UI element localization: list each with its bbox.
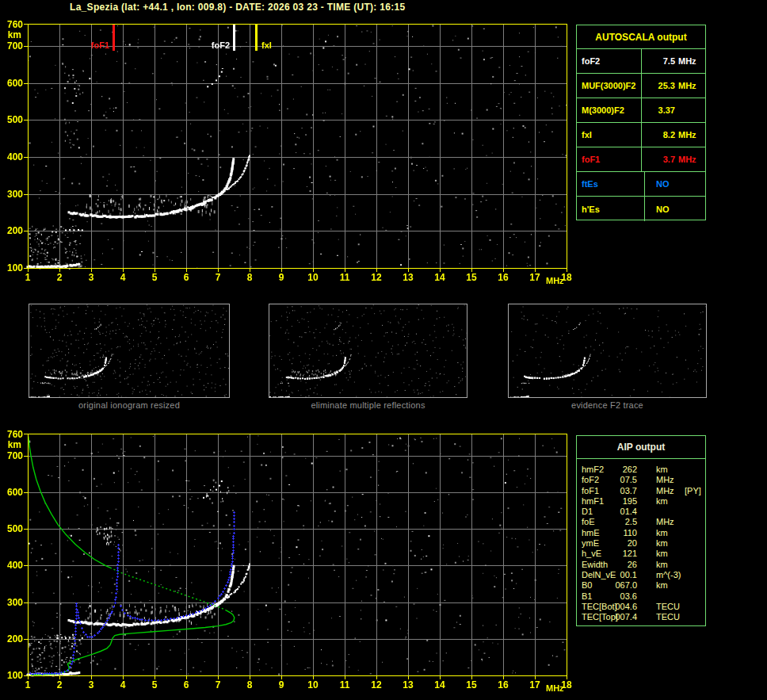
param-unit: km	[656, 528, 668, 537]
aip-row-hmF2: hmF2262km	[577, 465, 705, 475]
param-unit: km	[656, 496, 668, 506]
thumbnail-caption-eliminate: eliminate multiple reflections	[269, 400, 467, 411]
aip-row-hmF1: hmF1195km	[577, 496, 705, 507]
aip-row-Ewidth: Ewidth26km	[577, 560, 705, 570]
thumbnail-caption-evidence: evidence F2 trace	[508, 400, 707, 411]
param-unit: km	[656, 549, 668, 558]
aip-row-foF2: foF207.5MHz	[577, 475, 705, 485]
param-label: B0	[582, 580, 592, 590]
param-label: foF1	[582, 486, 599, 495]
param-label: foE	[582, 517, 595, 526]
param-label: foF2	[582, 475, 599, 484]
autoscala-row-fxI: fxI8.2MHz	[577, 123, 705, 147]
param-value: 007.4	[601, 612, 637, 622]
aip-output-table: AIP output hmF2262kmfoF207.5MHzfoF103.7M…	[576, 435, 706, 626]
aip-row-hmE: hmE110km	[577, 528, 705, 538]
param-label: MUF(3000)F2	[577, 74, 642, 98]
autoscala-window: La_Spezia (lat: +44.1 , lon: 009.8) - DA…	[0, 0, 767, 700]
bottom-ionogram-chart	[0, 426, 572, 699]
param-unit: km	[656, 580, 668, 590]
param-note: [PY]	[685, 486, 701, 495]
param-value: 3.7	[642, 155, 675, 164]
autoscala-table-body: foF27.5MHzMUF(3000)F225.3MHzM(3000)F23.3…	[577, 49, 705, 221]
param-label: M(3000)F2	[577, 98, 642, 122]
param-unit: MHz	[656, 517, 674, 526]
param-label: B1	[582, 591, 592, 601]
thumbnail-evidence-canvas	[509, 304, 706, 397]
thumbnail-eliminate-reflections	[269, 304, 467, 398]
thumbnail-original-ionogram	[29, 304, 230, 398]
param-label: h_vE	[582, 549, 601, 558]
aip-row-ymE: ymE20km	[577, 538, 705, 549]
param-value: 01.4	[601, 507, 637, 516]
param-value: 2.5	[601, 517, 637, 526]
thumbnail-evidence-f2	[508, 304, 707, 398]
param-unit: MHz	[656, 475, 674, 484]
param-value: 25.3	[642, 81, 675, 90]
autoscala-row-foF1: foF13.7MHz	[577, 147, 705, 172]
param-value: 195	[601, 496, 637, 506]
param-unit: MHz	[678, 56, 705, 66]
param-label: foF1	[577, 147, 642, 171]
autoscala-row-M(3000)F2: M(3000)F23.37	[577, 98, 705, 123]
aip-row-D1: D101.4	[577, 507, 705, 517]
param-value: 26	[601, 560, 637, 569]
param-value: 03.7	[601, 486, 637, 495]
param-label: fxI	[577, 123, 642, 147]
aip-row-DelN_vE: DelN_vE00.1m^(-3)	[577, 570, 705, 580]
autoscala-row-h'Es: h'EsNO	[577, 197, 705, 221]
aip-table-header: AIP output	[577, 436, 705, 459]
aip-table-body: hmF2262kmfoF207.5MHzfoF103.7MHz[PY]hmF11…	[577, 459, 705, 622]
autoscala-row-MUF(3000)F2: MUF(3000)F225.3MHz	[577, 74, 705, 98]
aip-row-h_vE: h_vE121km	[577, 549, 705, 559]
param-value: 262	[601, 465, 637, 474]
thumbnail-original-canvas	[29, 304, 229, 397]
param-value: 004.6	[601, 602, 637, 611]
param-value: 20	[601, 538, 637, 548]
param-unit: km	[656, 538, 668, 548]
aip-row-TEC[Bot]: TEC[Bot]004.6TECU	[577, 602, 705, 612]
thumbnail-caption-original: original ionogram resized	[29, 400, 230, 411]
param-unit: MHz	[656, 486, 674, 495]
param-unit: TECU	[656, 612, 680, 622]
autoscala-row-ftEs: ftEsNO	[577, 172, 705, 197]
param-value: 7.5	[642, 56, 675, 66]
param-unit: MHz	[678, 130, 705, 140]
param-label: ymE	[582, 538, 599, 548]
param-label: h'Es	[577, 197, 645, 221]
param-label: ftEs	[577, 172, 645, 196]
param-value: 00.1	[601, 570, 637, 580]
param-value: 8.2	[642, 130, 675, 140]
param-value: 067.0	[601, 580, 637, 590]
aip-row-foF1: foF103.7MHz[PY]	[577, 486, 705, 496]
aip-row-foE: foE2.5MHz	[577, 517, 705, 527]
autoscala-table-header: AUTOSCALA output	[577, 25, 705, 49]
param-value: 07.5	[601, 475, 637, 484]
param-label: D1	[582, 507, 593, 516]
param-value: NO	[645, 179, 670, 189]
param-value: NO	[645, 205, 670, 214]
param-value: 03.6	[601, 591, 637, 601]
autoscala-output-table: AUTOSCALA output foF27.5MHzMUF(3000)F225…	[576, 25, 706, 220]
aip-row-B1: B103.6	[577, 591, 705, 602]
param-unit: m^(-3)	[656, 570, 681, 580]
param-unit: km	[656, 560, 668, 569]
param-value: 110	[601, 528, 637, 537]
param-unit: MHz	[678, 155, 705, 164]
param-unit: km	[656, 465, 668, 474]
aip-row-B0: B0067.0km	[577, 580, 705, 591]
param-unit: MHz	[678, 81, 705, 90]
autoscala-row-foF2: foF27.5MHz	[577, 49, 705, 74]
param-label: foF2	[577, 49, 642, 73]
param-value: 121	[601, 549, 637, 558]
aip-row-TEC[Top]: TEC[Top]007.4TECU	[577, 612, 705, 622]
param-label: hmE	[582, 528, 600, 537]
top-ionogram-chart	[0, 16, 572, 289]
thumbnail-eliminate-canvas	[269, 304, 467, 397]
station-date-title: La_Spezia (lat: +44.1 , lon: 009.8) - DA…	[70, 2, 405, 13]
param-unit: TECU	[656, 602, 680, 611]
param-value: 3.37	[642, 105, 675, 115]
